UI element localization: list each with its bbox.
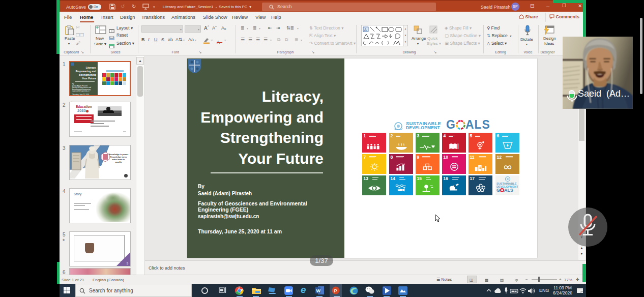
svg-text:A: A <box>364 28 367 32</box>
svg-text:W: W <box>316 288 321 293</box>
svg-text:P: P <box>334 288 337 293</box>
